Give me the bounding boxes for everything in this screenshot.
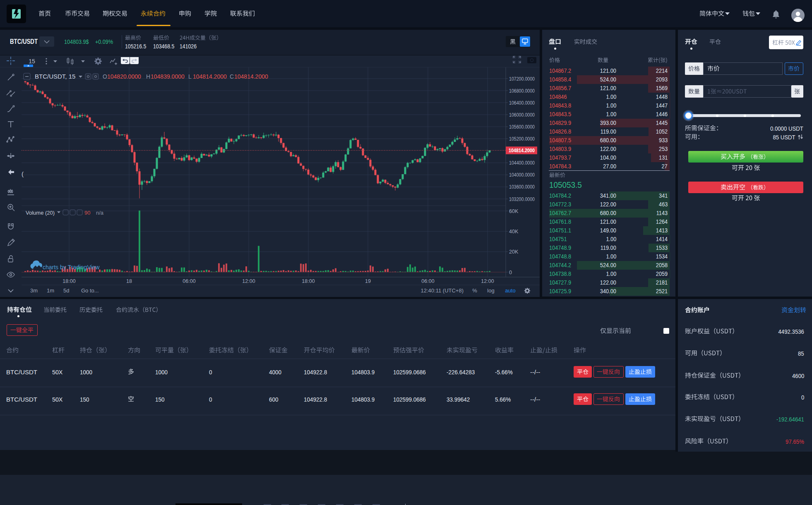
svg-text:Go to...: Go to... [81, 287, 99, 294]
svg-text:H: H [146, 73, 150, 80]
svg-text:06:00: 06:00 [421, 278, 434, 284]
svg-text:log: log [487, 287, 494, 294]
svg-text:104814.2000: 104814.2000 [509, 148, 535, 153]
svg-text:104814.2000: 104814.2000 [234, 73, 268, 80]
svg-text:12:40:11 (UTC+8): 12:40:11 (UTC+8) [421, 287, 464, 294]
svg-text:106000.0000: 106000.0000 [509, 112, 535, 118]
svg-text:18: 18 [126, 278, 132, 284]
svg-text:104814.2000: 104814.2000 [193, 73, 227, 80]
svg-text:L: L [188, 73, 192, 80]
svg-text:103600.0000: 103600.0000 [509, 184, 535, 190]
svg-text:106800.0000: 106800.0000 [509, 88, 535, 94]
svg-text:103200.0000: 103200.0000 [509, 196, 535, 202]
svg-text:1m: 1m [47, 287, 54, 294]
svg-text:104400.0000: 104400.0000 [509, 160, 535, 166]
svg-text:(: ( [22, 170, 24, 177]
svg-text:O: O [103, 73, 107, 80]
svg-text:Volume (20): Volume (20) [26, 210, 55, 216]
svg-text:12:00: 12:00 [242, 278, 255, 284]
svg-text:18:00: 18:00 [62, 278, 75, 284]
svg-text:06:00: 06:00 [183, 278, 195, 284]
svg-text:104839.0000: 104839.0000 [151, 73, 185, 80]
svg-text:C: C [230, 73, 234, 80]
svg-text:3m: 3m [30, 287, 38, 294]
svg-text:60K: 60K [509, 208, 519, 214]
svg-text:%: % [472, 287, 477, 294]
svg-text:auto: auto [505, 287, 515, 294]
svg-text:5d: 5d [63, 287, 69, 294]
svg-text:19: 19 [365, 278, 371, 284]
svg-text:n/a: n/a [96, 210, 104, 216]
svg-text:18:00: 18:00 [302, 278, 315, 284]
svg-text:charts by TradingView: charts by TradingView [43, 264, 100, 270]
svg-text:105600.0000: 105600.0000 [509, 124, 535, 130]
svg-text:90: 90 [84, 210, 90, 216]
svg-text:104820.0000: 104820.0000 [107, 73, 141, 80]
svg-text:0: 0 [509, 270, 512, 275]
svg-text:BTC/USDT, 15: BTC/USDT, 15 [35, 73, 75, 80]
svg-text:106400.0000: 106400.0000 [509, 100, 535, 106]
svg-text:12:00: 12:00 [481, 278, 494, 284]
svg-text:20K: 20K [509, 249, 519, 255]
svg-text:40K: 40K [509, 229, 519, 235]
svg-text:105200.0000: 105200.0000 [509, 136, 535, 142]
svg-text:107200.0000: 107200.0000 [509, 76, 535, 82]
svg-text:104000.0000: 104000.0000 [509, 172, 535, 178]
